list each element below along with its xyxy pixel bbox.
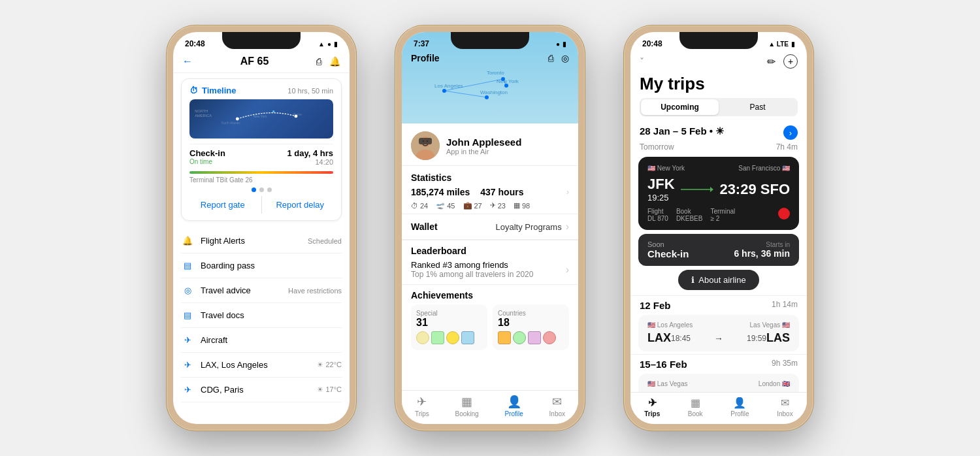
terminal-detail: Terminal≥ 2 bbox=[710, 208, 735, 222]
divider bbox=[261, 196, 262, 214]
tab3-trips[interactable]: ✈ Trips bbox=[644, 397, 660, 417]
trips-title-container: My trips bbox=[630, 74, 807, 98]
tab3-inbox-icon: ✉ bbox=[781, 397, 789, 409]
bell-icon[interactable]: 🔔 bbox=[329, 56, 340, 67]
flight-line-svg bbox=[681, 184, 713, 195]
report-delay-button[interactable]: Report delay bbox=[267, 196, 334, 214]
tab-trips-icon: ✈ bbox=[417, 395, 427, 409]
share-icon[interactable]: ⎙ bbox=[316, 56, 321, 67]
phone1-scroll[interactable]: ⏱ Timeline 10 hrs, 50 min NORTH AMERICA … bbox=[173, 73, 350, 424]
checkin-main-label: Check-in bbox=[647, 248, 689, 259]
leaderboard-rank: Ranked #3 among friends bbox=[411, 260, 533, 270]
chevron-down-icon[interactable]: ˅ bbox=[640, 56, 644, 67]
add-trip-icon[interactable]: + bbox=[783, 54, 798, 69]
to-city-label: San Francisco 🇺🇸 bbox=[738, 165, 790, 172]
stamps-countries bbox=[498, 331, 564, 344]
badge-special: Special 31 bbox=[411, 304, 487, 350]
dots-indicator bbox=[189, 187, 333, 192]
flight-header: ← AF 65 ⎙ 🔔 bbox=[173, 52, 350, 73]
advice-badge: Have restrictions bbox=[288, 287, 342, 295]
menu-item-aircraft[interactable]: ✈ Aircraft bbox=[181, 328, 342, 353]
stat-grid: ▦ 98 bbox=[514, 201, 530, 210]
flight-map: NORTH AMERICA New York Rome North Atlant… bbox=[189, 99, 333, 138]
tab3-book-icon: ▦ bbox=[691, 397, 700, 409]
stats-arrow[interactable]: › bbox=[566, 187, 569, 197]
time-1: 20:48 bbox=[185, 39, 205, 48]
tab3-book-label: Book bbox=[688, 410, 703, 417]
svg-marker-26 bbox=[710, 187, 713, 192]
wallet-row[interactable]: Wallet Loyalty Programs › bbox=[402, 214, 578, 240]
svg-text:AMERICA: AMERICA bbox=[195, 114, 212, 118]
battery-icon-3: ▮ bbox=[791, 41, 795, 48]
tab-booking-icon: ▦ bbox=[461, 395, 472, 409]
checkin-banner: Soon Check-in Starts in 6 hrs, 36 min bbox=[638, 234, 799, 266]
checkin-status: On time bbox=[189, 158, 225, 165]
back-icon[interactable]: ← bbox=[182, 56, 193, 67]
menu-item-boarding[interactable]: ▤ Boarding pass bbox=[181, 253, 342, 278]
stat-plane-val: 23 bbox=[498, 202, 506, 210]
menu-list: 🔔 Flight Alerts Scheduled ▤ Boarding pas… bbox=[173, 226, 350, 405]
cdg-icon: ✈ bbox=[181, 385, 194, 395]
location-icon[interactable]: ◎ bbox=[561, 53, 569, 63]
trips-header: ˅ ✏ + bbox=[630, 52, 807, 74]
tab-trips-2[interactable]: ✈ Trips bbox=[415, 395, 429, 417]
about-airline-button[interactable]: ℹ About airline bbox=[678, 270, 759, 290]
trip1-arrow[interactable]: › bbox=[783, 125, 798, 140]
tab3-trips-icon: ✈ bbox=[648, 397, 657, 409]
trip2-flight-row: LAX 18:45 → 19:59 LAS bbox=[647, 331, 790, 345]
dep-time: 19:25 bbox=[647, 193, 675, 203]
phone3-scroll[interactable]: ˅ ✏ + My trips Upcoming Past 28 Jan – 5 bbox=[630, 52, 807, 424]
upload-icon[interactable]: ⎙ bbox=[548, 53, 553, 63]
flight-number: AF 65 bbox=[193, 56, 316, 67]
trip2-arr-time: 19:59 bbox=[747, 334, 766, 343]
signal-icon: ▲ bbox=[318, 41, 325, 48]
menu-item-travel-docs[interactable]: ▤ Travel docs bbox=[181, 303, 342, 328]
menu-item-travel-advice[interactable]: ◎ Travel advice Have restrictions bbox=[181, 278, 342, 303]
report-gate-button[interactable]: Report gate bbox=[189, 196, 256, 214]
grid-icon: ▦ bbox=[514, 201, 520, 210]
trip2-flight-card: 🇺🇸 Los Angeles Las Vegas 🇺🇸 LAX 18:45 → … bbox=[638, 315, 799, 351]
tab3-profile[interactable]: 👤 Profile bbox=[730, 397, 749, 417]
signal-icon-3: ▲ LTE bbox=[768, 41, 789, 48]
seg-upcoming[interactable]: Upcoming bbox=[641, 99, 719, 115]
tab3-inbox[interactable]: ✉ Inbox bbox=[777, 397, 792, 417]
stamps-special bbox=[416, 331, 482, 344]
plane-icon-stat: ✈ bbox=[490, 201, 496, 210]
battery-icon-2: ▮ bbox=[563, 41, 566, 48]
trip2-dep-time: 18:45 bbox=[671, 334, 691, 343]
menu-item-lax[interactable]: ✈ LAX, Los Angeles ☀ 22°C bbox=[181, 353, 342, 378]
trips-title: My trips bbox=[640, 74, 798, 94]
avatar bbox=[411, 131, 440, 160]
terminal-text: Terminal TBit Gate 26 bbox=[189, 176, 333, 184]
info-icon: ℹ bbox=[691, 275, 694, 285]
status-icons-3: ▲ LTE ▮ bbox=[768, 41, 795, 48]
stats-icons-row: ⏱ 24 🛫 45 💼 27 ✈ 23 bbox=[411, 201, 569, 210]
seg-past[interactable]: Past bbox=[719, 99, 796, 115]
tab-inbox-2[interactable]: ✉ Inbox bbox=[549, 395, 565, 417]
from-city-label: 🇺🇸 New York bbox=[647, 165, 685, 172]
tab-profile-label: Profile bbox=[504, 410, 523, 417]
tab-profile-2[interactable]: 👤 Profile bbox=[504, 395, 523, 417]
advice-label: Travel advice bbox=[201, 285, 251, 295]
wifi-icon: ● bbox=[327, 41, 331, 48]
trip2-arrow: → bbox=[691, 333, 747, 344]
menu-item-cdg[interactable]: ✈ CDG, Paris ☀ 17°C bbox=[181, 378, 342, 402]
svg-text:Washington: Washington bbox=[480, 90, 508, 95]
clock-icon: ⏱ bbox=[189, 86, 198, 95]
tab3-book[interactable]: ▦ Book bbox=[688, 397, 703, 417]
cdg-label: CDG, Paris bbox=[201, 385, 244, 395]
profile-scroll[interactable]: Statistics 185,274 miles 437 hours › ⏱ 2… bbox=[402, 166, 578, 408]
notch3 bbox=[679, 32, 758, 49]
tab-booking-2[interactable]: ▦ Booking bbox=[455, 395, 479, 417]
profile-name: John Appleseed bbox=[446, 137, 521, 148]
alerts-icon: 🔔 bbox=[181, 236, 194, 246]
trip1-sub: Tomorrow 7h 4m bbox=[630, 142, 807, 154]
tab-inbox-label: Inbox bbox=[549, 410, 565, 417]
trip2-from-city: 🇺🇸 Los Angeles bbox=[647, 321, 693, 329]
menu-item-alerts[interactable]: 🔔 Flight Alerts Scheduled bbox=[181, 229, 342, 253]
svg-point-7 bbox=[272, 110, 274, 112]
trip1-date: 28 Jan – 5 Feb • ☀ bbox=[640, 125, 724, 140]
edit-icon[interactable]: ✏ bbox=[767, 56, 776, 68]
takeoff-icon: 🛫 bbox=[436, 201, 445, 210]
trip2-date: 12 Feb bbox=[640, 300, 671, 311]
